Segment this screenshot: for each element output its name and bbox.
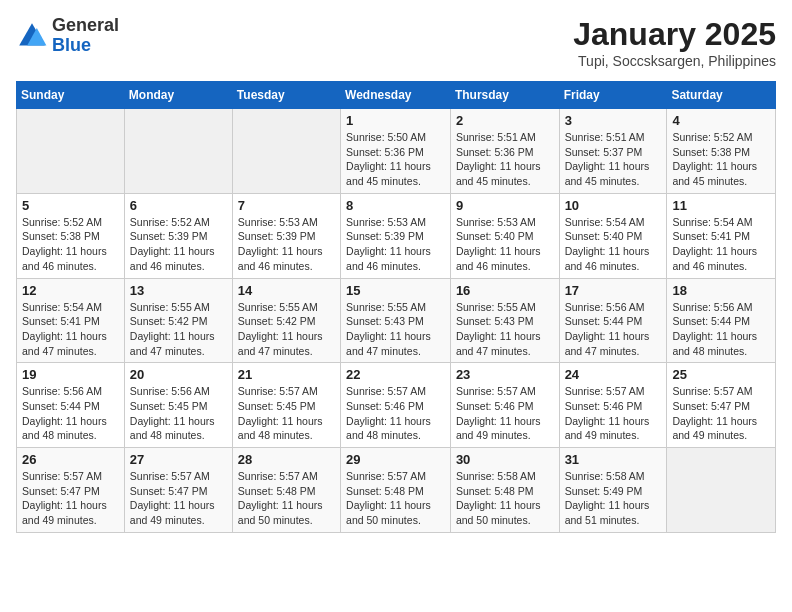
calendar-week-row: 26Sunrise: 5:57 AMSunset: 5:47 PMDayligh… [17,448,776,533]
calendar-cell: 8Sunrise: 5:53 AMSunset: 5:39 PMDaylight… [341,193,451,278]
day-info: Sunrise: 5:57 AMSunset: 5:48 PMDaylight:… [346,469,445,528]
day-info: Sunrise: 5:52 AMSunset: 5:39 PMDaylight:… [130,215,227,274]
day-info: Sunrise: 5:55 AMSunset: 5:43 PMDaylight:… [346,300,445,359]
day-number: 6 [130,198,227,213]
day-info: Sunrise: 5:56 AMSunset: 5:44 PMDaylight:… [22,384,119,443]
calendar-cell: 18Sunrise: 5:56 AMSunset: 5:44 PMDayligh… [667,278,776,363]
calendar-cell: 29Sunrise: 5:57 AMSunset: 5:48 PMDayligh… [341,448,451,533]
day-number: 1 [346,113,445,128]
day-info: Sunrise: 5:52 AMSunset: 5:38 PMDaylight:… [22,215,119,274]
day-number: 24 [565,367,662,382]
calendar-header-row: SundayMondayTuesdayWednesdayThursdayFrid… [17,82,776,109]
day-number: 15 [346,283,445,298]
calendar-week-row: 1Sunrise: 5:50 AMSunset: 5:36 PMDaylight… [17,109,776,194]
calendar-cell: 6Sunrise: 5:52 AMSunset: 5:39 PMDaylight… [124,193,232,278]
calendar-cell: 25Sunrise: 5:57 AMSunset: 5:47 PMDayligh… [667,363,776,448]
calendar-cell: 21Sunrise: 5:57 AMSunset: 5:45 PMDayligh… [232,363,340,448]
day-number: 23 [456,367,554,382]
weekday-header: Saturday [667,82,776,109]
day-info: Sunrise: 5:56 AMSunset: 5:45 PMDaylight:… [130,384,227,443]
day-number: 14 [238,283,335,298]
calendar-cell: 1Sunrise: 5:50 AMSunset: 5:36 PMDaylight… [341,109,451,194]
day-info: Sunrise: 5:58 AMSunset: 5:48 PMDaylight:… [456,469,554,528]
day-number: 27 [130,452,227,467]
day-number: 16 [456,283,554,298]
day-info: Sunrise: 5:56 AMSunset: 5:44 PMDaylight:… [672,300,770,359]
day-number: 3 [565,113,662,128]
calendar-cell: 10Sunrise: 5:54 AMSunset: 5:40 PMDayligh… [559,193,667,278]
calendar-cell: 19Sunrise: 5:56 AMSunset: 5:44 PMDayligh… [17,363,125,448]
calendar-cell: 16Sunrise: 5:55 AMSunset: 5:43 PMDayligh… [450,278,559,363]
calendar-cell: 23Sunrise: 5:57 AMSunset: 5:46 PMDayligh… [450,363,559,448]
title-block: January 2025 Tupi, Soccsksargen, Philipp… [573,16,776,69]
month-title: January 2025 [573,16,776,53]
day-number: 13 [130,283,227,298]
day-info: Sunrise: 5:57 AMSunset: 5:46 PMDaylight:… [565,384,662,443]
day-number: 30 [456,452,554,467]
calendar-cell [232,109,340,194]
calendar-cell: 7Sunrise: 5:53 AMSunset: 5:39 PMDaylight… [232,193,340,278]
day-info: Sunrise: 5:57 AMSunset: 5:47 PMDaylight:… [22,469,119,528]
day-info: Sunrise: 5:57 AMSunset: 5:45 PMDaylight:… [238,384,335,443]
day-info: Sunrise: 5:55 AMSunset: 5:42 PMDaylight:… [130,300,227,359]
day-number: 22 [346,367,445,382]
calendar-cell [667,448,776,533]
calendar-cell: 3Sunrise: 5:51 AMSunset: 5:37 PMDaylight… [559,109,667,194]
day-number: 12 [22,283,119,298]
location-subtitle: Tupi, Soccsksargen, Philippines [573,53,776,69]
day-info: Sunrise: 5:54 AMSunset: 5:41 PMDaylight:… [672,215,770,274]
logo-blue: Blue [52,35,91,55]
day-number: 17 [565,283,662,298]
day-number: 31 [565,452,662,467]
day-number: 2 [456,113,554,128]
day-number: 5 [22,198,119,213]
weekday-header: Wednesday [341,82,451,109]
day-info: Sunrise: 5:55 AMSunset: 5:43 PMDaylight:… [456,300,554,359]
day-info: Sunrise: 5:54 AMSunset: 5:41 PMDaylight:… [22,300,119,359]
calendar-cell: 26Sunrise: 5:57 AMSunset: 5:47 PMDayligh… [17,448,125,533]
day-info: Sunrise: 5:56 AMSunset: 5:44 PMDaylight:… [565,300,662,359]
day-number: 10 [565,198,662,213]
day-number: 20 [130,367,227,382]
day-number: 9 [456,198,554,213]
logo: General Blue [16,16,119,56]
day-info: Sunrise: 5:57 AMSunset: 5:47 PMDaylight:… [130,469,227,528]
day-info: Sunrise: 5:58 AMSunset: 5:49 PMDaylight:… [565,469,662,528]
day-number: 18 [672,283,770,298]
calendar-week-row: 19Sunrise: 5:56 AMSunset: 5:44 PMDayligh… [17,363,776,448]
day-info: Sunrise: 5:53 AMSunset: 5:40 PMDaylight:… [456,215,554,274]
day-info: Sunrise: 5:54 AMSunset: 5:40 PMDaylight:… [565,215,662,274]
day-info: Sunrise: 5:51 AMSunset: 5:36 PMDaylight:… [456,130,554,189]
logo-general: General [52,15,119,35]
calendar-cell: 17Sunrise: 5:56 AMSunset: 5:44 PMDayligh… [559,278,667,363]
calendar-cell: 20Sunrise: 5:56 AMSunset: 5:45 PMDayligh… [124,363,232,448]
calendar-cell: 22Sunrise: 5:57 AMSunset: 5:46 PMDayligh… [341,363,451,448]
day-info: Sunrise: 5:51 AMSunset: 5:37 PMDaylight:… [565,130,662,189]
day-info: Sunrise: 5:57 AMSunset: 5:46 PMDaylight:… [346,384,445,443]
day-info: Sunrise: 5:53 AMSunset: 5:39 PMDaylight:… [238,215,335,274]
day-number: 21 [238,367,335,382]
day-number: 29 [346,452,445,467]
day-number: 11 [672,198,770,213]
calendar-cell [124,109,232,194]
day-info: Sunrise: 5:57 AMSunset: 5:46 PMDaylight:… [456,384,554,443]
calendar-cell: 11Sunrise: 5:54 AMSunset: 5:41 PMDayligh… [667,193,776,278]
day-info: Sunrise: 5:50 AMSunset: 5:36 PMDaylight:… [346,130,445,189]
day-info: Sunrise: 5:53 AMSunset: 5:39 PMDaylight:… [346,215,445,274]
calendar-cell [17,109,125,194]
day-number: 8 [346,198,445,213]
calendar-cell: 30Sunrise: 5:58 AMSunset: 5:48 PMDayligh… [450,448,559,533]
weekday-header: Monday [124,82,232,109]
calendar-week-row: 5Sunrise: 5:52 AMSunset: 5:38 PMDaylight… [17,193,776,278]
day-info: Sunrise: 5:57 AMSunset: 5:47 PMDaylight:… [672,384,770,443]
day-number: 4 [672,113,770,128]
calendar-week-row: 12Sunrise: 5:54 AMSunset: 5:41 PMDayligh… [17,278,776,363]
calendar-cell: 9Sunrise: 5:53 AMSunset: 5:40 PMDaylight… [450,193,559,278]
calendar-cell: 27Sunrise: 5:57 AMSunset: 5:47 PMDayligh… [124,448,232,533]
day-number: 28 [238,452,335,467]
day-number: 25 [672,367,770,382]
weekday-header: Tuesday [232,82,340,109]
calendar-cell: 5Sunrise: 5:52 AMSunset: 5:38 PMDaylight… [17,193,125,278]
calendar-cell: 2Sunrise: 5:51 AMSunset: 5:36 PMDaylight… [450,109,559,194]
day-info: Sunrise: 5:57 AMSunset: 5:48 PMDaylight:… [238,469,335,528]
